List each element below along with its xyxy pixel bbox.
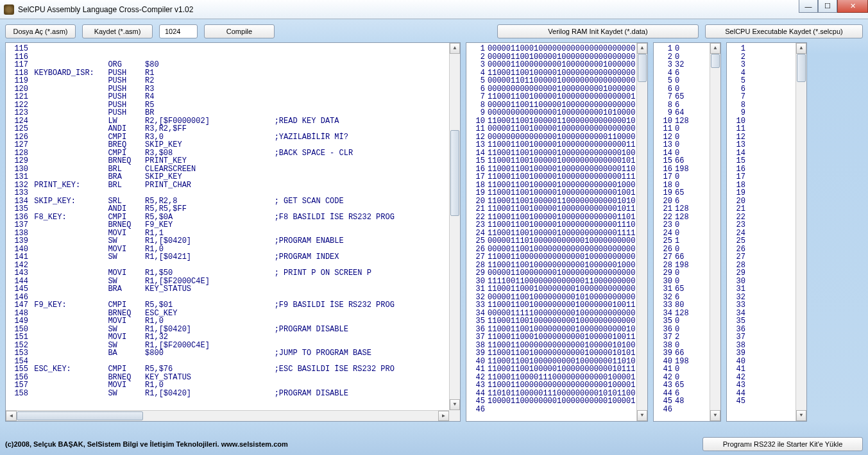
open-file-button[interactable]: Dosya Aç (*.asm) — [5, 24, 76, 38]
scroll-down-icon[interactable]: ▼ — [637, 410, 647, 421]
index-scrollbar-v[interactable]: ▲ ▼ — [796, 43, 806, 421]
selcpu-exec-save-button[interactable]: SelCPU Executable Kaydet (*.selcpu) — [705, 24, 863, 38]
scroll-down-icon[interactable]: ▼ — [450, 399, 460, 410]
binary-code[interactable]: 1000001100010000000000000000000002000001… — [467, 44, 636, 420]
app-body: Dosya Aç (*.asm) Kaydet (*.asm) Compile … — [0, 19, 868, 455]
verilog-ram-save-button[interactable]: Verilog RAM Init Kaydet (*.data) — [497, 24, 699, 38]
asm-scrollbar-v[interactable]: ▲ ▼ — [449, 43, 460, 410]
upload-rs232-button[interactable]: Programı RS232 ile Starter Kit'e Yükle — [702, 437, 863, 451]
scroll-up-icon[interactable]: ▲ — [450, 43, 460, 54]
size-input[interactable] — [159, 24, 198, 38]
close-button[interactable]: ✕ — [837, 0, 868, 13]
binary-panel: 1000001100010000000000000000000002000001… — [466, 42, 648, 422]
toolbar: Dosya Aç (*.asm) Kaydet (*.asm) Compile … — [5, 24, 863, 38]
scroll-left-icon[interactable]: ◀ — [6, 411, 17, 421]
bin-scrollbar-v[interactable]: ▲ ▼ — [636, 43, 647, 421]
maximize-button[interactable]: ☐ — [818, 0, 837, 13]
assembly-code[interactable]: 115 116 117 ORG $80118 KEYBOARD_ISR: PUS… — [6, 44, 449, 410]
index-panel: 1234567891011121314151617181920212223242… — [726, 42, 807, 422]
save-file-button[interactable]: Kaydet (*.asm) — [82, 24, 153, 38]
titlebar: SelCPU Assembly Language Cross-Compiler … — [0, 0, 868, 19]
window-controls: — ☐ ✕ — [799, 0, 868, 13]
bytes-panel: 1020332465060765869641012811012013014015… — [653, 42, 721, 422]
bytes-scrollbar-v[interactable]: ▲ ▼ — [710, 43, 720, 421]
window-title: SelCPU Assembly Language Cross-Compiler … — [18, 5, 193, 14]
copyright-text: (c)2008, Selçuk BAŞAK, SelSistem Bilgi v… — [5, 440, 288, 448]
app-icon — [4, 4, 14, 15]
scroll-up-icon[interactable]: ▲ — [710, 43, 720, 54]
minimize-button[interactable]: — — [799, 0, 818, 13]
asm-scrollbar-h[interactable]: ◀ ▶ — [6, 410, 449, 421]
footer: (c)2008, Selçuk BAŞAK, SelSistem Bilgi v… — [5, 437, 863, 451]
compile-button[interactable]: Compile — [204, 24, 275, 38]
scroll-up-icon[interactable]: ▲ — [796, 43, 806, 54]
scroll-down-icon[interactable]: ▼ — [796, 410, 806, 421]
index-list[interactable]: 1234567891011121314151617181920212223242… — [728, 44, 796, 420]
scroll-up-icon[interactable]: ▲ — [637, 43, 647, 54]
scroll-right-icon[interactable]: ▶ — [438, 411, 449, 421]
bytes-list[interactable]: 1020332465060765869641012811012013014015… — [654, 44, 710, 420]
scroll-down-icon[interactable]: ▼ — [710, 410, 720, 421]
scroll-corner — [449, 410, 460, 421]
assembly-panel: 115 116 117 ORG $80118 KEYBOARD_ISR: PUS… — [5, 42, 461, 422]
panels: 115 116 117 ORG $80118 KEYBOARD_ISR: PUS… — [5, 42, 863, 422]
